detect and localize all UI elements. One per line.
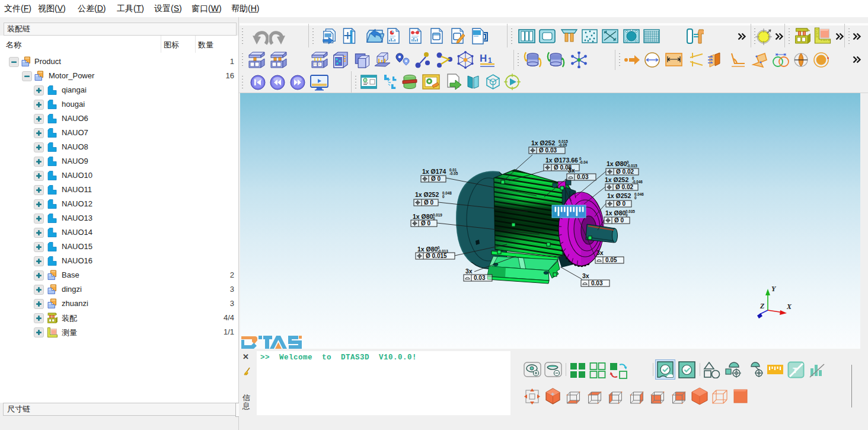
svg-text:1x Ø80: 1x Ø80: [605, 209, 626, 216]
svg-text:Ø 0: Ø 0: [424, 199, 434, 206]
svg-text:Ø 0.03: Ø 0.03: [539, 147, 557, 154]
svg-text:1x Ø252: 1x Ø252: [415, 191, 439, 198]
svg-text:Ø 0: Ø 0: [616, 200, 626, 207]
svg-text:0.03: 0.03: [591, 280, 603, 286]
svg-text:0: 0: [433, 216, 435, 221]
svg-text:3x: 3x: [465, 267, 473, 275]
svg-text:1x Ø252: 1x Ø252: [607, 192, 631, 199]
svg-text:-0.05: -0.05: [559, 143, 567, 147]
svg-text:X: X: [786, 302, 792, 311]
svg-text:1x Ø80: 1x Ø80: [417, 246, 438, 253]
svg-text:T: T: [793, 366, 797, 375]
svg-text:1x Ø173.66: 1x Ø173.66: [545, 157, 578, 164]
svg-text:0.03: 0.03: [577, 174, 589, 180]
svg-text:Ø 0.015: Ø 0.015: [426, 253, 447, 259]
svg-text:Ø 0: Ø 0: [431, 176, 441, 182]
svg-text:H: H: [480, 53, 487, 64]
svg-text:1x Ø252: 1x Ø252: [605, 176, 628, 183]
svg-text:Z: Z: [760, 302, 765, 310]
svg-text:0.03: 0.03: [474, 275, 486, 281]
svg-text:1x Ø80: 1x Ø80: [413, 213, 433, 220]
svg-text:0: 0: [626, 213, 628, 217]
svg-text:0: 0: [634, 196, 637, 200]
svg-text:3x: 3x: [568, 167, 575, 174]
svg-text:Ø 0: Ø 0: [614, 217, 624, 224]
svg-text:Ø 0.02: Ø 0.02: [616, 168, 634, 175]
svg-text:-0.04: -0.04: [579, 160, 588, 164]
svg-text:1x Ø80: 1x Ø80: [607, 160, 627, 167]
svg-text:-0.015: -0.015: [627, 164, 637, 168]
svg-text:-0.05: -0.05: [449, 171, 458, 176]
svg-text:3x: 3x: [582, 272, 589, 279]
svg-text:1x Ø174: 1x Ø174: [422, 168, 446, 175]
svg-text:Ø 0: Ø 0: [421, 220, 431, 227]
svg-text:Ø 0.02: Ø 0.02: [615, 184, 633, 190]
svg-text:0.05: 0.05: [605, 257, 617, 263]
svg-text:0: 0: [442, 195, 445, 199]
svg-text:1x Ø252: 1x Ø252: [531, 139, 555, 146]
svg-text:-0.046: -0.046: [632, 180, 643, 184]
svg-text:1: 1: [488, 56, 492, 65]
svg-text:3x: 3x: [596, 249, 604, 256]
